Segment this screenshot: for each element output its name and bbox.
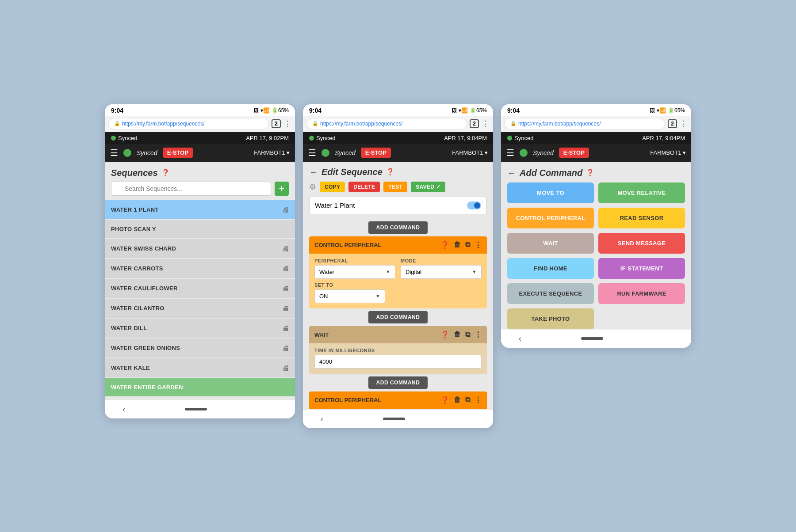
seq-item-water1plant[interactable]: WATER 1 PLANT 🖨 — [105, 200, 295, 219]
sequence-list: WATER 1 PLANT 🖨 PHOTO SCAN Y WATER SWISS… — [105, 200, 295, 400]
add-sequence-btn[interactable]: + — [275, 182, 289, 196]
lock-icon-3: 🔒 — [510, 121, 517, 126]
help-icon-2[interactable]: ❓ — [386, 168, 394, 176]
farmbot-label-1[interactable]: FARMBOT1 ▾ — [254, 149, 290, 156]
peripheral-select[interactable]: Water ▼ — [314, 265, 395, 279]
drag-icon-1[interactable]: ⋮ — [475, 241, 482, 249]
seq-name: WATER CAULIFLOWER — [111, 285, 178, 292]
cmd-if-statement[interactable]: IF STATEMENT — [598, 258, 685, 279]
farmbot-label-3[interactable]: FARMBOT1 ▾ — [650, 149, 686, 156]
wifi-icon-2: ▾📶 — [459, 107, 468, 114]
seq-item-swisschard[interactable]: WATER SWISS CHARD 🖨 — [105, 239, 295, 258]
seq-item-entiregarden[interactable]: WATER ENTIRE GARDEN — [105, 378, 295, 396]
cmd-wait[interactable]: WAIT — [507, 233, 594, 254]
add-command-btn-2[interactable]: ADD COMMAND — [368, 311, 428, 323]
browser-menu-1[interactable]: ⋮ — [283, 119, 291, 129]
url-text-2: https://my.farm.bot/app/sequences/ — [320, 121, 403, 127]
seq-item-cauliflower[interactable]: WATER CAULIFLOWER 🖨 — [105, 279, 295, 298]
browser-menu-3[interactable]: ⋮ — [680, 119, 688, 129]
url-bar-3[interactable]: 🔒 https://my.farm.bot/app/sequences/ — [505, 118, 665, 129]
tab-count-2[interactable]: 2 — [470, 119, 479, 128]
add-command-btn-3[interactable]: ADD COMMAND — [368, 376, 428, 389]
drag-icon-2[interactable]: ⋮ — [475, 396, 482, 404]
browser-menu-2[interactable]: ⋮ — [482, 119, 490, 129]
nav-synced-1: Synced — [137, 149, 157, 156]
setto-select[interactable]: ON ▼ — [314, 289, 385, 303]
seq-name-field[interactable]: Water 1 Plant — [309, 197, 487, 214]
cmd-control-peripheral[interactable]: CONTROL PERIPHERAL — [507, 208, 594, 228]
drag-icon-wait[interactable]: ⋮ — [475, 331, 482, 339]
add-command-btn-1[interactable]: ADD COMMAND — [368, 221, 428, 234]
delete-btn[interactable]: DELETE — [348, 182, 380, 192]
help-cmd-icon-1[interactable]: ❓ — [440, 241, 449, 249]
status-bar-2: 9:04 🖼 ▾📶 🔋65% — [303, 104, 493, 116]
mode-select[interactable]: Digital ▼ — [401, 265, 482, 279]
copy-cmd-icon-2[interactable]: ⧉ — [465, 396, 470, 404]
seq-item-kale[interactable]: WATER KALE 🖨 — [105, 358, 295, 377]
page-content-2: ← Edit Sequence ❓ ⚙ COPY DELETE TEST SAV… — [303, 162, 493, 410]
browser-bar-3: 🔒 https://my.farm.bot/app/sequences/ 2 ⋮ — [501, 116, 691, 132]
test-btn[interactable]: TEST — [383, 182, 407, 192]
lock-icon-1: 🔒 — [114, 121, 120, 126]
command-block-wait: WAIT ❓ 🗑 ⧉ ⋮ TIME IN MILLISECONDS — [309, 326, 487, 374]
back-arrow-2[interactable]: ← — [309, 167, 318, 177]
copy-cmd-icon-1[interactable]: ⧉ — [465, 241, 470, 249]
cmd-run-farmware[interactable]: RUN FARMWARE — [598, 283, 685, 304]
toggle-switch[interactable] — [467, 201, 481, 209]
help-icon-3[interactable]: ❓ — [586, 169, 594, 177]
tab-count-1[interactable]: 2 — [272, 119, 281, 128]
lock-icon-2: 🔒 — [312, 121, 318, 126]
timems-label: TIME IN MILLISECONDS — [314, 348, 482, 353]
command-body-1: PERIPHERAL Water ▼ MODE Digital — [309, 254, 487, 308]
printer-icon: 🖨 — [282, 245, 289, 252]
status-bar-3: 9:04 🖼 ▾📶 🔋65% — [501, 104, 691, 116]
cmd-read-sensor[interactable]: READ SENSOR — [598, 208, 685, 228]
copy-btn[interactable]: COPY — [320, 182, 345, 192]
hamburger-icon-1[interactable]: ☰ — [110, 148, 118, 158]
estop-btn-1[interactable]: E-STOP — [163, 148, 193, 158]
cmd-send-message[interactable]: SEND MESSAGE — [598, 233, 685, 254]
url-bar-2[interactable]: 🔒 https://my.farm.bot/app/sequences/ — [306, 118, 467, 129]
farmbot-label-2[interactable]: FARMBOT1 ▾ — [452, 149, 488, 156]
hamburger-icon-3[interactable]: ☰ — [506, 148, 514, 158]
gear-icon[interactable]: ⚙ — [309, 182, 316, 192]
seq-name: WATER CILANTRO — [111, 305, 165, 312]
copy-cmd-icon-wait[interactable]: ⧉ — [465, 331, 470, 338]
back-btn-3[interactable]: ‹ — [519, 334, 521, 343]
cmd-execute-sequence[interactable]: EXECUTE SEQUENCE — [507, 283, 594, 304]
seq-item-photoscany[interactable]: PHOTO SCAN Y — [105, 220, 295, 238]
url-bar-1[interactable]: 🔒 https://my.farm.bot/app/sequences/ — [108, 118, 269, 129]
saved-btn[interactable]: SAVED ✓ — [411, 182, 445, 192]
battery-icon: 🔋65% — [272, 107, 289, 114]
help-cmd-icon-2[interactable]: ❓ — [440, 396, 449, 404]
estop-btn-3[interactable]: E-STOP — [559, 148, 589, 158]
printer-icon: 🖨 — [282, 285, 289, 292]
delete-cmd-icon-wait[interactable]: 🗑 — [454, 331, 461, 338]
tab-count-3[interactable]: 2 — [668, 119, 677, 128]
help-cmd-icon-wait[interactable]: ❓ — [440, 331, 449, 339]
printer-icon: 🖨 — [282, 206, 289, 213]
status-icons-3: 🖼 ▾📶 🔋65% — [650, 107, 685, 114]
back-btn-2[interactable]: ‹ — [321, 414, 323, 424]
cmd-take-photo[interactable]: TAKE PHOTO — [507, 308, 594, 329]
hamburger-icon-2[interactable]: ☰ — [308, 148, 316, 158]
seq-item-greenonions[interactable]: WATER GREEN ONIONS 🖨 — [105, 338, 295, 357]
estop-btn-2[interactable]: E-STOP — [361, 148, 391, 158]
search-input[interactable] — [111, 182, 271, 196]
seq-item-carrots[interactable]: WATER CARROTS 🖨 — [105, 259, 295, 278]
seq-item-cilantro[interactable]: WATER CILANTRO 🖨 — [105, 299, 295, 318]
cmd-move-relative[interactable]: MOVE RELATIVE — [598, 182, 685, 203]
delete-cmd-icon-1[interactable]: 🗑 — [454, 241, 461, 249]
back-arrow-3[interactable]: ← — [507, 168, 516, 178]
status-icons-1: 🖼 ▾📶 🔋65% — [253, 107, 289, 114]
help-icon-1[interactable]: ❓ — [161, 169, 170, 177]
back-btn-1[interactable]: ‹ — [122, 405, 125, 414]
cmd-find-home[interactable]: FIND HOME — [507, 258, 594, 279]
cmd-move-to[interactable]: MOVE TO — [507, 182, 594, 203]
mode-value: Digital — [406, 269, 421, 275]
navbar-2: ☰ Synced E-STOP FARMBOT1 ▾ — [303, 144, 493, 162]
timems-input[interactable] — [314, 355, 482, 369]
seq-item-dill[interactable]: WATER DILL 🖨 — [105, 319, 295, 338]
date-2: APR 17, 9:04PM — [444, 135, 487, 141]
delete-cmd-icon-2[interactable]: 🗑 — [454, 396, 461, 404]
